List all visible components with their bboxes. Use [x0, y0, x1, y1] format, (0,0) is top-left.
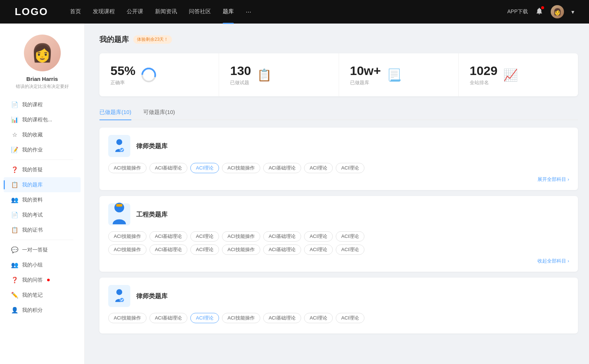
done-questions-value-block: 130 已做试题 [230, 64, 251, 86]
bank2-tag-5[interactable]: ACI理论 [304, 231, 333, 242]
bank1-tag-4[interactable]: ACI基础理论 [263, 163, 301, 173]
sidebar-item-notes[interactable]: ✏️ 我的笔记 [4, 288, 81, 303]
sidebar-item-questions[interactable]: ❓ 我的答疑 [4, 162, 81, 177]
qbank-tags-1: ACI技能操作 ACI基础理论 ACI理论 ACI技能操作 ACI基础理论 AC… [108, 163, 569, 173]
bank-icon: 📋 [11, 181, 18, 188]
bank3-tag-6[interactable]: ACI理论 [336, 313, 364, 323]
collection-icon: ☆ [11, 131, 18, 138]
bank2-tag2-4[interactable]: ACI基础理论 [263, 245, 301, 255]
sidebar-item-cert[interactable]: 📋 我的证书 [4, 222, 81, 238]
sidebar-item-collection[interactable]: ☆ 我的收藏 [4, 127, 81, 142]
stat-done-banks: 10w+ 已做题库 📃 [339, 53, 459, 96]
bank2-tag-4[interactable]: ACI基础理论 [263, 231, 301, 242]
tab-todo[interactable]: 可做题库(10) [143, 105, 175, 119]
stats-row: 55% 正确率 130 已做试题 📋 [99, 53, 578, 96]
site-rank-icon: 📈 [503, 68, 518, 82]
sidebar-item-my-answers[interactable]: ❓ 我的问答 [4, 272, 81, 288]
sidebar-item-exam[interactable]: 📄 我的考试 [4, 207, 81, 222]
site-rank-value: 1029 [470, 64, 498, 78]
nav-more[interactable]: ··· [246, 8, 251, 16]
done-banks-icon: 📃 [387, 68, 402, 82]
bank2-tag2-5[interactable]: ACI理论 [304, 245, 333, 255]
nav-open[interactable]: 公开课 [127, 8, 143, 16]
sidebar-item-profile[interactable]: 👥 我的资料 [4, 192, 81, 207]
bank2-tag-1[interactable]: ACI基础理论 [149, 231, 188, 242]
sidebar-item-my-answers-label: 我的问答 [22, 277, 43, 283]
page-title: 我的题库 [99, 35, 129, 44]
navbar: LOGO 首页 发现课程 公开课 新闻资讯 问答社区 题库 ··· APP下载 … [0, 0, 589, 24]
sidebar-item-homework-label: 我的作业 [22, 147, 43, 153]
page-header: 我的题库 体验剩余23天！ [99, 35, 578, 44]
nav-home[interactable]: 首页 [70, 8, 81, 16]
sidebar-motto: 错误的决定比没有决定要好 [16, 83, 69, 90]
sidebar-item-my-course[interactable]: 📄 我的课程 [4, 97, 81, 112]
nav-qa[interactable]: 问答社区 [189, 8, 211, 16]
avatar-chevron[interactable]: ▾ [571, 8, 574, 15]
bank2-tag2-6[interactable]: ACI理论 [336, 245, 364, 255]
qbank-tags-2b: ACI技能操作 ACI基础理论 ACI理论 ACI技能操作 ACI基础理论 AC… [108, 245, 569, 255]
app-download[interactable]: APP下载 [507, 8, 528, 15]
bank1-tag-5[interactable]: ACI理论 [304, 163, 333, 173]
sidebar-item-points[interactable]: 👤 我的积分 [4, 303, 81, 318]
bank3-tag-1[interactable]: ACI基础理论 [149, 313, 188, 323]
questions-icon: ❓ [11, 166, 18, 173]
qbank-expand-2[interactable]: 收起全部科目 › [108, 258, 569, 264]
bank2-tag2-2[interactable]: ACI理论 [190, 245, 219, 255]
bank1-tag-6[interactable]: ACI理论 [336, 163, 364, 173]
nav-questions[interactable]: 题库 [223, 8, 234, 16]
sidebar-item-points-label: 我的积分 [22, 307, 43, 314]
my-answers-badge [47, 279, 50, 281]
one-on-one-icon: 💬 [11, 246, 18, 253]
bank1-tag-3[interactable]: ACI技能操作 [222, 163, 260, 173]
course-icon: 📄 [11, 101, 18, 108]
notification-bell[interactable] [535, 7, 543, 17]
bank2-tag2-3[interactable]: ACI技能操作 [222, 245, 260, 255]
bank2-tag-6[interactable]: ACI理论 [336, 231, 364, 242]
done-questions-value: 130 [230, 64, 251, 78]
logo[interactable]: LOGO [15, 6, 48, 18]
navbar-right: APP下载 👩 ▾ [507, 5, 574, 18]
bank1-tag-2[interactable]: ACI理论 [190, 163, 219, 173]
sidebar-item-bank-label: 我的题库 [22, 182, 43, 188]
sidebar-item-course-package-label: 我的课程包... [22, 117, 52, 123]
bank3-tag-3[interactable]: ACI技能操作 [222, 313, 260, 323]
course-package-icon: 📊 [11, 116, 18, 123]
sidebar-item-course-package[interactable]: 📊 我的课程包... [4, 112, 81, 127]
nav-links: 首页 发现课程 公开课 新闻资讯 问答社区 题库 ··· [70, 8, 507, 16]
sidebar-item-one-on-one[interactable]: 💬 一对一答疑 [4, 242, 81, 257]
bank2-tag2-1[interactable]: ACI基础理论 [149, 245, 188, 255]
qbank-card-1: 律师类题库 ACI技能操作 ACI基础理论 ACI理论 ACI技能操作 ACI基… [99, 128, 578, 190]
sidebar-item-questions-label: 我的答疑 [22, 167, 43, 173]
bank2-tag2-0[interactable]: ACI技能操作 [108, 245, 147, 255]
accuracy-value-block: 55% 正确率 [110, 64, 135, 86]
qbank-header-2: 工程类题库 [108, 203, 569, 225]
bank3-tag-2[interactable]: ACI理论 [190, 313, 219, 323]
main-content: 我的题库 体验剩余23天！ 55% 正确率 [85, 24, 589, 364]
bank1-tag-0[interactable]: ACI技能操作 [108, 163, 147, 173]
sidebar-divider-2 [11, 240, 73, 240]
done-banks-value: 10w+ [350, 64, 381, 78]
sidebar-item-group[interactable]: 👥 我的小组 [4, 257, 81, 272]
svg-rect-6 [116, 204, 123, 207]
qbank-expand-1[interactable]: 展开全部科目 › [108, 176, 569, 183]
bank3-tag-0[interactable]: ACI技能操作 [108, 313, 147, 323]
sidebar-item-exam-label: 我的考试 [22, 212, 43, 218]
bank2-tag-0[interactable]: ACI技能操作 [108, 231, 147, 242]
bank2-tag-2[interactable]: ACI理论 [190, 231, 219, 242]
accuracy-value: 55% [110, 64, 135, 78]
tab-done[interactable]: 已做题库(10) [99, 105, 131, 119]
sidebar-item-one-on-one-label: 一对一答疑 [22, 247, 48, 253]
bank3-tag-4[interactable]: ACI基础理论 [263, 313, 301, 323]
qbank-header-1: 律师类题库 [108, 135, 569, 157]
sidebar-item-bank[interactable]: 📋 我的题库 [4, 177, 81, 192]
bank2-tag-3[interactable]: ACI技能操作 [222, 231, 260, 242]
sidebar-item-cert-label: 我的证书 [22, 227, 43, 233]
bank3-tag-5[interactable]: ACI理论 [304, 313, 333, 323]
nav-discover[interactable]: 发现课程 [93, 8, 115, 16]
bank1-tag-1[interactable]: ACI基础理论 [149, 163, 188, 173]
qbank-card-3: 律师类题库 ACI技能操作 ACI基础理论 ACI理论 ACI技能操作 ACI基… [99, 278, 578, 333]
avatar[interactable]: 👩 [551, 5, 564, 18]
sidebar-item-homework[interactable]: 📝 我的作业 [4, 142, 81, 157]
nav-news[interactable]: 新闻资讯 [155, 8, 177, 16]
engineer-icon-2 [108, 203, 130, 225]
